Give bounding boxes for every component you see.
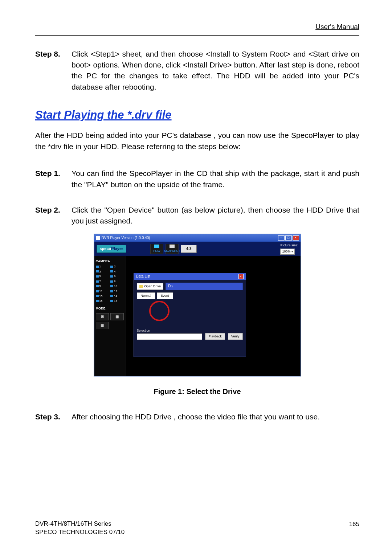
chevron-down-icon: ▾	[291, 250, 293, 254]
open-drive-button[interactable]: Open Drive	[137, 283, 164, 290]
page: User's Manual Step 8. Click <Step1> shee…	[0, 0, 392, 554]
camera-label: 2	[114, 264, 115, 269]
verify-button[interactable]: Verify	[228, 333, 243, 340]
folder-icon	[139, 285, 143, 288]
figure-1: DVR Player Version (1.0.0.40) – □ × spec…	[35, 234, 359, 376]
picture-size-label: Picture size:	[280, 243, 298, 248]
drive-path-field[interactable]: D:\	[166, 283, 242, 290]
main-row: CAMERA 1 2 3 4 5 6 7 8 9 10 11 12	[94, 256, 301, 376]
camera-11[interactable]: 11	[96, 289, 109, 294]
camera-icon	[110, 290, 113, 292]
section-title: Start Playing the *.drv file	[35, 107, 359, 123]
logo-button[interactable]: specoPlayer	[97, 245, 127, 253]
camera-icon	[110, 295, 113, 297]
camera-label: 14	[114, 294, 117, 299]
camera-grid: 1 2 3 4 5 6 7 8 9 10 11 12 13 14	[96, 264, 124, 303]
camera-16[interactable]: 16	[110, 299, 124, 303]
header-rule	[35, 35, 359, 36]
picture-size-value: 100%	[282, 249, 290, 254]
camera-icon	[110, 270, 113, 272]
dialog-titlebar: Data List ×	[134, 273, 246, 280]
camera-icon	[110, 280, 113, 283]
dialog-body: Open Drive D:\ Normal Event Selection	[134, 280, 246, 343]
camera-label: 15	[99, 299, 103, 303]
camera-label: 16	[114, 299, 117, 303]
mode-heading: MODE	[96, 305, 124, 312]
logo-part1: speco	[100, 246, 111, 251]
snapshot-button[interactable]: SNAPSHOT	[166, 244, 179, 254]
camera-label: 1	[99, 264, 101, 269]
camera-3[interactable]: 3	[96, 270, 109, 274]
camera-label: 4	[114, 270, 115, 274]
step-1: Step 1. You can find the SpecoPlayer in …	[35, 168, 359, 190]
footer-left: DVR-4TH/8TH/16TH Series SPECO TECHNOLOGI…	[35, 520, 124, 537]
camera-15[interactable]: 15	[96, 299, 109, 303]
camera-icon	[110, 300, 113, 302]
window-title: DVR Player Version (1.0.0.40)	[102, 235, 150, 241]
dialog-title: Data List	[136, 274, 150, 279]
camera-icon	[170, 245, 175, 248]
dvr-player-window: DVR Player Version (1.0.0.40) – □ × spec…	[94, 234, 301, 376]
dialog-close-button[interactable]: ×	[238, 274, 244, 279]
camera-10[interactable]: 10	[110, 284, 124, 288]
open-drive-row: Open Drive D:\	[137, 283, 243, 290]
camera-9[interactable]: 9	[96, 284, 109, 288]
titlebar-left: DVR Player Version (1.0.0.40)	[96, 235, 150, 241]
picture-size: Picture size: 100% ▾	[280, 243, 298, 255]
mode-4x4-button[interactable]: ▦	[96, 322, 109, 329]
camera-13[interactable]: 13	[96, 294, 109, 299]
data-list-dialog: Data List × Open Drive D:\	[134, 273, 246, 357]
camera-heading: CAMERA	[96, 258, 124, 264]
maximize-button[interactable]: □	[285, 235, 292, 241]
company-date: SPECO TECHNOLOGIES 07/10	[35, 528, 124, 537]
tab-normal[interactable]: Normal	[137, 292, 155, 299]
camera-label: 7	[99, 279, 101, 284]
close-button[interactable]: ×	[293, 235, 299, 241]
tab-row: Normal Event	[137, 292, 243, 299]
camera-label: 12	[114, 289, 117, 294]
mode-2x2-button[interactable]: ⊞	[96, 313, 109, 320]
camera-icon	[96, 266, 99, 268]
camera-5[interactable]: 5	[96, 274, 109, 279]
product-series: DVR-4TH/8TH/16TH Series	[35, 520, 124, 528]
camera-label: 8	[114, 279, 115, 284]
play-label: PLAY	[153, 249, 160, 253]
footer: DVR-4TH/8TH/16TH Series SPECO TECHNOLOGI…	[35, 520, 359, 537]
tab-event[interactable]: Event	[157, 292, 173, 299]
aspect-ratio-button[interactable]: 4:3	[181, 245, 197, 253]
camera-icon	[96, 280, 99, 283]
minimize-button[interactable]: –	[278, 235, 285, 241]
camera-14[interactable]: 14	[110, 294, 124, 299]
video-stage: Data List × Open Drive D:\	[126, 256, 301, 376]
mode-3x3-button[interactable]: ▦	[110, 313, 124, 320]
selection-field[interactable]	[137, 333, 203, 340]
camera-8[interactable]: 8	[110, 279, 124, 284]
play-icon	[154, 245, 159, 248]
camera-4[interactable]: 4	[110, 270, 124, 274]
camera-label: 9	[99, 284, 101, 288]
step-body: Click the "Open Device" button (as below…	[72, 205, 359, 227]
camera-icon	[96, 285, 99, 287]
step-2: Step 2. Click the "Open Device" button (…	[35, 205, 359, 227]
camera-1[interactable]: 1	[96, 264, 109, 269]
step-8: Step 8. Click <Step1> sheet, and then ch…	[35, 49, 359, 93]
toolbar: specoPlayer PLAY SNAPSHOT 4:3 Picture si…	[94, 242, 301, 256]
camera-2[interactable]: 2	[110, 264, 124, 269]
selection-label: Selection	[137, 328, 243, 333]
play-button[interactable]: PLAY	[150, 244, 163, 254]
camera-12[interactable]: 12	[110, 289, 124, 294]
step-3: Step 3. After choosing the HDD Drive , c…	[35, 411, 359, 422]
playback-button[interactable]: Playback	[205, 333, 225, 340]
intro-paragraph: After the HDD being added into your PC's…	[35, 130, 359, 152]
window-buttons: – □ ×	[278, 235, 299, 241]
camera-6[interactable]: 6	[110, 274, 124, 279]
camera-label: 10	[114, 284, 117, 288]
camera-label: 3	[99, 270, 101, 274]
step-label: Step 1.	[35, 168, 72, 190]
camera-label: 6	[114, 274, 115, 279]
step-label: Step 3.	[35, 411, 72, 422]
step-label: Step 2.	[35, 205, 72, 227]
picture-size-dropdown[interactable]: 100% ▾	[280, 249, 294, 255]
step-label: Step 8.	[35, 49, 72, 93]
camera-7[interactable]: 7	[96, 279, 109, 284]
